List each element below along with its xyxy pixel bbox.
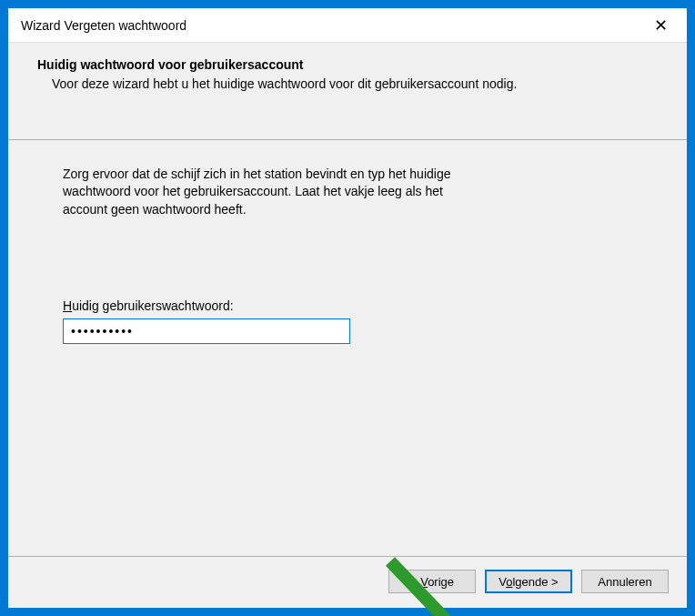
next-button[interactable]: Volgende >	[485, 570, 572, 593]
header-subtitle: Voor deze wizard hebt u het huidige wach…	[52, 76, 665, 94]
wizard-content: Zorg ervoor dat de schijf zich in het st…	[8, 140, 687, 556]
password-group: Huidig gebruikerswachtwoord:	[63, 298, 632, 344]
wizard-footer: < Vorige Volgende > Annuleren	[8, 556, 687, 608]
back-button[interactable]: < Vorige	[388, 570, 476, 593]
close-icon[interactable]: ✕	[647, 15, 674, 35]
header-title: Huidig wachtwoord voor gebruikersaccount	[37, 57, 665, 72]
instruction-text: Zorg ervoor dat de schijf zich in het st…	[63, 166, 481, 219]
wizard-dialog: Wizard Vergeten wachtwoord ✕ Huidig wach…	[7, 7, 688, 609]
wizard-header: Huidig wachtwoord voor gebruikersaccount…	[8, 43, 687, 140]
window-title: Wizard Vergeten wachtwoord	[21, 18, 186, 33]
cancel-button[interactable]: Annuleren	[581, 570, 669, 593]
password-input[interactable]	[63, 318, 350, 344]
password-label: Huidig gebruikerswachtwoord:	[63, 298, 632, 313]
titlebar: Wizard Vergeten wachtwoord ✕	[8, 8, 687, 43]
